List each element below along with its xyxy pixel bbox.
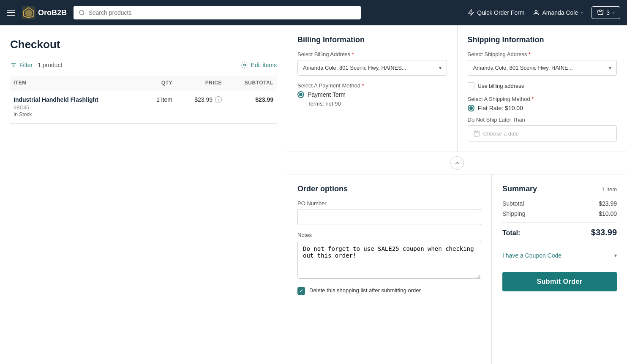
product-stock: In Stock <box>14 111 139 117</box>
subtotal-value: $23.99 <box>599 200 617 207</box>
collapse-row <box>287 152 627 174</box>
order-options-panel: Order options PO Number Notes Do not for… <box>287 174 492 364</box>
bottom-row: Order options PO Number Notes Do not for… <box>287 174 627 364</box>
chevron-up-icon <box>454 160 460 166</box>
calendar-icon <box>473 130 480 137</box>
billing-address-value: Amanda Cole, 801 Scenic Hwy, HAINES... <box>303 65 406 71</box>
payment-method-label: Select A Payment Method * <box>297 82 447 89</box>
product-sku: 6BC45 <box>14 105 139 111</box>
coupon-row[interactable]: I have a Coupon Code ▾ <box>502 246 617 265</box>
total-row: Total: $33.99 <box>502 228 617 237</box>
summary-header: Summary 1 Item <box>502 185 617 193</box>
col-subtotal: SUBTOTAL <box>225 76 277 90</box>
header-actions: Quick Order Form Amanda Cole ▾ 3 ▾ <box>468 6 620 19</box>
price-info-icon[interactable]: i <box>215 96 222 103</box>
flat-rate-radio-dot <box>468 105 474 111</box>
user-name: Amanda Cole <box>542 9 578 16</box>
summary-title: Summary <box>502 185 537 193</box>
cart-icon <box>597 9 604 16</box>
quick-order-label: Quick Order Form <box>477 9 524 16</box>
user-menu[interactable]: Amanda Cole ▾ <box>533 9 583 16</box>
quick-order-icon <box>468 9 474 16</box>
order-options-title: Order options <box>297 185 481 193</box>
billing-title: Billing Information <box>297 35 447 44</box>
edit-items-label: Edit items <box>251 62 277 68</box>
filter-left: Filter 1 product <box>10 62 63 68</box>
summary-panel: Summary 1 Item Subtotal $23.99 Shipping … <box>492 174 627 364</box>
search-input[interactable] <box>88 9 356 16</box>
billing-address-label: Select Billing Address * <box>297 51 447 57</box>
collapse-button[interactable] <box>450 156 464 170</box>
payment-term-radio[interactable]: Payment Term <box>297 91 447 98</box>
svg-point-9 <box>243 64 245 66</box>
total-label: Total: <box>502 229 520 237</box>
flat-rate-radio[interactable]: Flat Rate: $10.00 <box>468 105 617 111</box>
left-panel: Checkout Filter 1 product Edit items <box>0 25 287 364</box>
summary-divider <box>502 222 617 223</box>
summary-subtotal-row: Subtotal $23.99 <box>502 200 617 207</box>
filter-bar: Filter 1 product Edit items <box>10 61 277 69</box>
settings-icon <box>241 61 248 69</box>
filter-label: Filter <box>19 62 33 68</box>
delete-checkbox[interactable] <box>297 287 305 295</box>
coupon-chevron: ▾ <box>614 253 617 258</box>
search-bar[interactable] <box>74 6 361 19</box>
summary-items-count: 1 Item <box>602 186 617 193</box>
logo[interactable]: OroB2B <box>22 6 67 19</box>
billing-panel: Billing Information Select Billing Addre… <box>287 25 458 152</box>
header: OroB2B Quick Order Form Amanda Cole ▾ 3 … <box>0 0 627 25</box>
submit-order-button[interactable]: Submit Order <box>502 272 617 291</box>
no-ship-label: Do Not Ship Later Than <box>468 117 617 123</box>
subtotal-label: Subtotal <box>502 200 524 207</box>
svg-rect-5 <box>600 10 601 11</box>
product-qty: 1 item <box>143 90 176 124</box>
radio-dot <box>297 91 304 98</box>
flat-rate-label: Flat Rate: $10.00 <box>478 105 523 111</box>
logo-icon <box>22 6 35 19</box>
quick-order-btn[interactable]: Quick Order Form <box>468 9 524 16</box>
page-title: Checkout <box>10 38 277 51</box>
notes-field: Notes Do not forget to use SALE25 coupon… <box>297 232 481 280</box>
user-icon <box>533 9 540 16</box>
po-number-input[interactable] <box>297 209 481 225</box>
cart-chevron: ▾ <box>612 10 615 16</box>
shipping-address-label: Select Shipping Address * <box>468 51 617 57</box>
delete-checkbox-row[interactable]: Delete this shopping list after submitti… <box>297 287 481 295</box>
product-name: Industrial Handheld Flashlight <box>14 96 139 103</box>
total-value: $33.99 <box>591 228 617 237</box>
po-number-field: PO Number <box>297 200 481 225</box>
po-number-label: PO Number <box>297 200 481 206</box>
billing-shipping-row: Billing Information Select Billing Addre… <box>287 25 627 152</box>
summary-shipping-row: Shipping $10.00 <box>502 210 617 217</box>
use-billing-checkbox[interactable]: Use billing address <box>468 82 617 89</box>
payment-method-name: Payment Term <box>308 91 346 98</box>
menu-icon[interactable] <box>7 10 15 16</box>
cart-button[interactable]: 3 ▾ <box>592 6 620 19</box>
payment-terms: Terms: net 90 <box>308 101 447 107</box>
col-qty: QTY <box>143 76 176 90</box>
delete-label: Delete this shopping list after submitti… <box>309 287 421 294</box>
billing-address-chevron: ▾ <box>439 65 442 71</box>
payment-method-section: Payment Term Terms: net 90 <box>297 91 447 107</box>
shipping-title: Shipping Information <box>468 35 617 44</box>
filter-button[interactable]: Filter <box>10 62 33 68</box>
coupon-label: I have a Coupon Code <box>502 252 562 259</box>
notes-label: Notes <box>297 232 481 238</box>
logo-text: OroB2B <box>38 8 67 17</box>
notes-textarea[interactable]: Do not forget to use SALE25 coupon when … <box>297 241 481 279</box>
edit-items-button[interactable]: Edit items <box>241 61 277 69</box>
col-item: ITEM <box>10 76 143 90</box>
right-section: Billing Information Select Billing Addre… <box>287 25 627 364</box>
main-content: Checkout Filter 1 product Edit items <box>0 25 627 364</box>
svg-point-4 <box>535 10 537 12</box>
shipping-method-label: Select A Shipping Method * <box>468 96 617 102</box>
svg-rect-10 <box>474 131 479 136</box>
date-picker[interactable]: Choose a date <box>468 125 617 141</box>
billing-address-select[interactable]: Amanda Cole, 801 Scenic Hwy, HAINES... ▾ <box>297 60 447 76</box>
shipping-value: $10.00 <box>599 210 617 217</box>
product-price: $23.99 <box>194 96 213 103</box>
shipping-address-select[interactable]: Amanda Cole, 801 Scenic Hwy, HAINE... ▾ <box>468 60 617 76</box>
col-price: PRICE <box>176 76 225 90</box>
product-count: 1 product <box>38 62 62 68</box>
search-icon <box>79 9 85 16</box>
